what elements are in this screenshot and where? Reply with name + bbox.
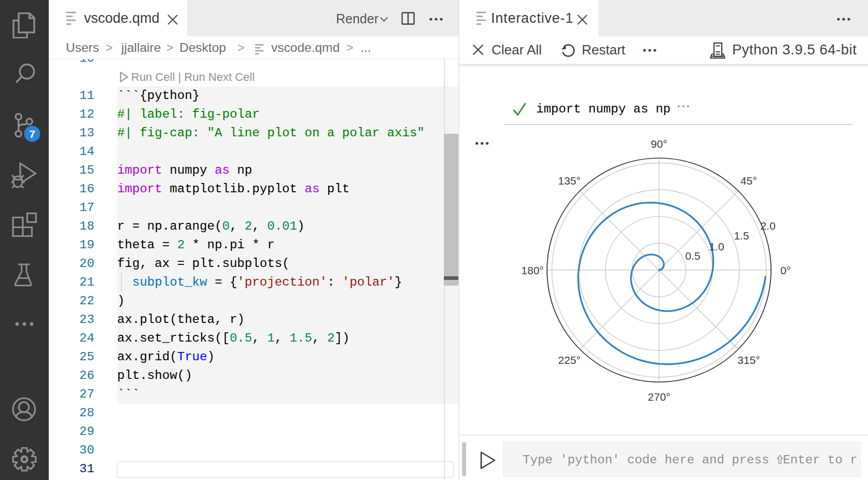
svg-text:1.5: 1.5	[734, 230, 749, 242]
svg-text:180°: 180°	[521, 264, 543, 276]
svg-text:0.5: 0.5	[685, 250, 700, 262]
svg-text:2.0: 2.0	[760, 220, 775, 232]
svg-text:315°: 315°	[737, 354, 760, 366]
svg-text:45°: 45°	[740, 175, 757, 187]
svg-text:0°: 0°	[780, 264, 791, 276]
svg-text:135°: 135°	[558, 175, 580, 187]
svg-text:270°: 270°	[648, 391, 670, 403]
svg-text:90°: 90°	[651, 138, 667, 150]
svg-text:1.0: 1.0	[709, 241, 724, 252]
svg-text:225°: 225°	[558, 354, 580, 366]
svg-text:7: 7	[29, 128, 35, 140]
